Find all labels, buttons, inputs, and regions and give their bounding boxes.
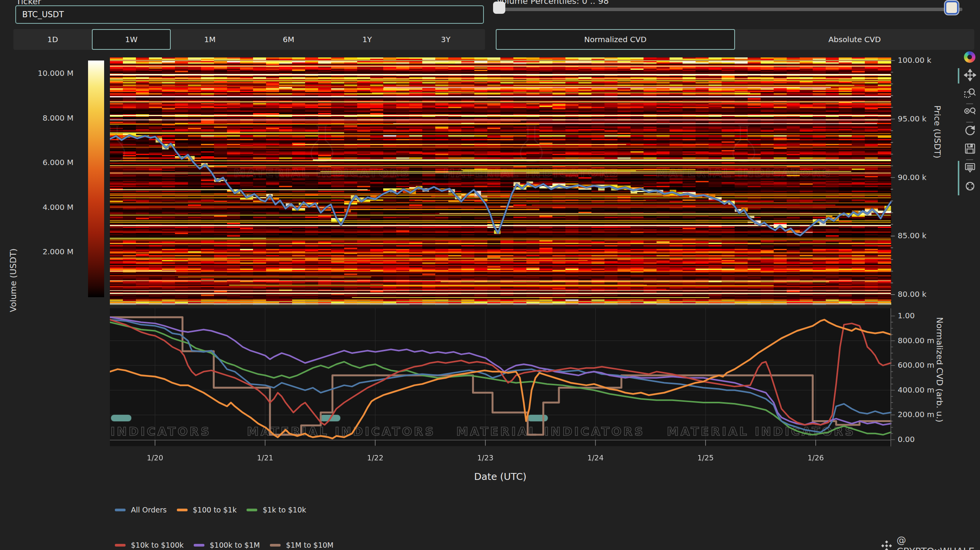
cvd-chart[interactable] — [110, 308, 897, 454]
colorbar-tick-label: 10.000 M — [8, 69, 74, 78]
legend-label: All Orders — [131, 506, 167, 514]
cvd-tick-label: 400.00 m — [898, 385, 934, 394]
cvd-tick-label: 0.00 — [898, 435, 915, 444]
timeframe-button-3y[interactable]: 3Y — [407, 29, 485, 50]
date-tick-label: 1/20 — [147, 453, 163, 462]
legend-swatch — [270, 544, 281, 547]
timeframe-button-1y[interactable]: 1Y — [328, 29, 406, 50]
ticker-input[interactable] — [15, 5, 484, 24]
legend-label: $1k to $10k — [263, 506, 306, 514]
legend-label: $100k to $1M — [210, 541, 260, 549]
spikelines-icon[interactable] — [964, 180, 976, 192]
colorbar-tick-label: 8.000 M — [8, 113, 74, 123]
tab-normalized-cvd[interactable]: Normalized CVD — [496, 29, 735, 50]
volume-percentiles-label: Volume Percentiles: 0 .. 98 — [497, 0, 609, 6]
cvd-tick-label: 1.00 — [898, 311, 915, 320]
legend-item[interactable]: $1M to $10M — [270, 541, 333, 549]
date-tick-label: 1/25 — [697, 453, 714, 462]
toggle-hover-icon[interactable] — [964, 162, 976, 174]
price-tick-label: 95.00 k — [898, 114, 926, 123]
date-tick-label: 1/21 — [257, 453, 273, 462]
binance-diamond-icon — [880, 540, 893, 550]
legend-item[interactable]: $100k to $1M — [194, 541, 260, 549]
cvd-tick-label: 600.00 m — [898, 360, 934, 370]
volume-colorbar — [88, 61, 104, 297]
timeframe-button-1d[interactable]: 1D — [13, 29, 92, 50]
box-zoom-icon[interactable] — [964, 87, 976, 100]
legend-item[interactable]: $100 to $1k — [177, 506, 237, 514]
colorbar-tick-label: 6.000 M — [8, 158, 74, 167]
price-axis-title: Price (USDT) — [933, 105, 942, 190]
pan-icon[interactable] — [964, 69, 976, 81]
legend-label: $1M to $10M — [286, 541, 333, 549]
tab-absolute-cvd[interactable]: Absolute CVD — [735, 29, 974, 50]
date-tick-label: 1/23 — [477, 453, 493, 462]
legend-swatch — [177, 509, 188, 511]
legend-row: $10k to $100k$100k to $1M$1M to $10M — [115, 541, 333, 549]
cvd-tick-label: 200.00 m — [898, 410, 934, 419]
volume-axis-title: Volume (USDT) — [8, 213, 18, 312]
colorbar-tick-label: 2.000 M — [8, 247, 74, 256]
cvd-axis-title: Normalized CVD (arb. u.) — [935, 317, 944, 444]
colorbar-tick-label: 4.000 M — [8, 203, 74, 212]
timeframe-button-1w[interactable]: 1W — [92, 29, 170, 50]
price-tick-label: 85.00 k — [898, 231, 926, 240]
legend-label: $10k to $100k — [131, 541, 184, 549]
credit-text: @ CRYPTOxWHALE — [897, 535, 980, 550]
volume-percentiles-slider[interactable] — [498, 8, 962, 11]
price-tick-label: 80.00 k — [898, 290, 926, 299]
save-icon[interactable] — [964, 142, 976, 155]
timeframe-button-1m[interactable]: 1M — [171, 29, 249, 50]
legend-item[interactable]: All Orders — [115, 506, 167, 514]
autoscale-icon[interactable] — [964, 124, 976, 136]
price-tick-label: 100.00 k — [898, 56, 931, 65]
cvd-tick-label: 800.00 m — [898, 336, 934, 345]
date-tick-label: 1/26 — [807, 453, 824, 462]
legend-swatch — [115, 544, 126, 547]
legend-item[interactable]: $10k to $100k — [115, 541, 184, 549]
price-tick-label: 90.00 k — [898, 173, 926, 182]
legend-item[interactable]: $1k to $10k — [247, 506, 306, 514]
active-mode-indicator — [958, 68, 959, 83]
slider-handle-max[interactable] — [945, 1, 959, 15]
timeframe-button-6m[interactable]: 6M — [249, 29, 328, 50]
plotly-logo-icon[interactable] — [964, 51, 975, 63]
legend-row: All Orders$100 to $1k$1k to $10k — [115, 506, 306, 514]
legend-label: $100 to $1k — [193, 506, 237, 514]
cvd-tab-group: Normalized CVDAbsolute CVD — [496, 29, 974, 50]
slider-handle-min[interactable] — [493, 2, 505, 14]
active-mode-indicator — [958, 161, 959, 195]
date-tick-label: 1/22 — [367, 453, 384, 462]
timeframe-button-group: 1D1W1M6M1Y3Y — [13, 29, 485, 50]
date-tick-label: 1/24 — [587, 453, 604, 462]
heatmap-chart[interactable] — [110, 57, 897, 307]
legend-swatch — [194, 544, 204, 547]
date-axis-title: Date (UTC) — [110, 471, 891, 482]
credit-footer: @ CRYPTOxWHALE — [880, 535, 980, 550]
zoom-in-out-icon[interactable] — [964, 106, 976, 118]
legend-swatch — [115, 509, 126, 511]
legend-swatch — [247, 509, 257, 511]
